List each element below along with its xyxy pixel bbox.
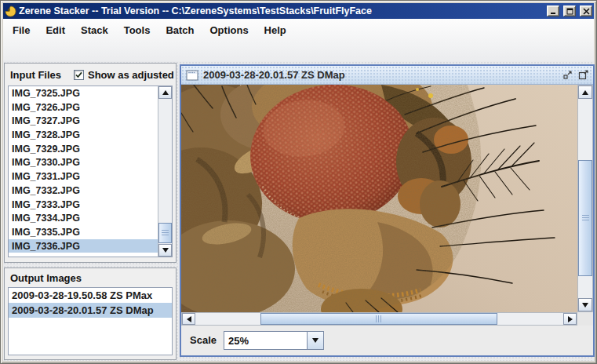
list-item[interactable]: IMG_7332.JPG [9, 184, 158, 198]
output-images-title: Output Images [10, 272, 82, 284]
scroll-left-button[interactable] [182, 313, 195, 325]
show-as-adjusted-checkbox[interactable] [74, 70, 84, 80]
scroll-down-button[interactable] [158, 244, 172, 257]
stacked-image-viewport [181, 85, 577, 312]
list-item[interactable]: IMG_7327.JPG [9, 114, 158, 128]
output-images-listbox: 2009-03-28-19.50.58 ZS PMax2009-03-28-20… [8, 287, 173, 355]
list-item[interactable]: IMG_7329.JPG [9, 142, 158, 156]
menu-items: FileEditStackToolsBatchOptionsHelp [3, 19, 594, 38]
scroll-up-button[interactable] [578, 86, 592, 99]
maximize-frame-button[interactable] [578, 70, 588, 80]
input-files-title: Input Files [10, 69, 61, 81]
input-files-list: IMG_7325.JPGIMG_7326.JPGIMG_7327.JPGIMG_… [9, 86, 158, 257]
list-item[interactable]: IMG_7326.JPG [9, 100, 158, 115]
internal-frame-body: Scale 25% [181, 85, 593, 355]
window-title: Zerene Stacker -- Trial Version -- C:\Ze… [19, 5, 543, 16]
scrollbar-corner [577, 312, 593, 326]
list-item[interactable]: IMG_7328.JPG [9, 128, 158, 142]
scroll-down-button[interactable] [578, 298, 592, 311]
menu-item[interactable]: Batch [158, 22, 202, 38]
output-images-panel: Output Images 2009-03-28-19.50.58 ZS PMa… [4, 268, 177, 360]
scroll-thumb[interactable] [260, 313, 497, 325]
scale-label: Scale [190, 334, 217, 346]
scale-combobox[interactable]: 25% [224, 331, 324, 350]
show-as-adjusted-row: Show as adjusted [74, 69, 174, 81]
scroll-thumb[interactable] [158, 223, 172, 243]
scroll-right-button[interactable] [563, 313, 577, 325]
close-button[interactable] [580, 5, 592, 16]
scroll-track[interactable] [578, 99, 592, 298]
scroll-track[interactable] [158, 99, 172, 244]
menu-item[interactable]: Stack [73, 22, 116, 38]
app-window: Zerene Stacker -- Trial Version -- C:\Ze… [0, 0, 597, 364]
list-item[interactable]: IMG_7330.JPG [9, 155, 158, 169]
checkmark-icon [75, 71, 83, 79]
list-item[interactable]: IMG_7325.JPG [9, 86, 158, 100]
fruit-fly-image [181, 85, 577, 312]
content-area: Input Files Show as adjusted IMG_7325.JP… [3, 61, 594, 361]
scroll-up-button[interactable] [158, 86, 172, 99]
scale-value[interactable]: 25% [224, 331, 307, 350]
menu-item[interactable]: Tools [116, 22, 158, 38]
titlebar: Zerene Stacker -- Trial Version -- C:\Ze… [3, 3, 594, 19]
iconify-button[interactable] [562, 70, 573, 80]
maximize-button[interactable] [563, 5, 576, 16]
internal-frame-titlebar[interactable]: 2009-03-28-20.01.57 ZS DMap [181, 66, 593, 85]
menubar: FileEditStackToolsBatchOptionsHelp [3, 19, 594, 61]
menu-item[interactable]: Options [202, 22, 257, 38]
image-vertical-scrollbar [577, 85, 593, 312]
input-files-panel: Input Files Show as adjusted IMG_7325.JP… [4, 63, 177, 263]
minimize-button[interactable] [547, 5, 559, 16]
list-item[interactable]: IMG_7335.JPG [9, 225, 158, 239]
internal-frame-title: 2009-03-28-20.01.57 ZS DMap [203, 69, 345, 81]
show-as-adjusted-label: Show as adjusted [88, 69, 174, 81]
list-item[interactable]: IMG_7336.JPG [9, 239, 158, 253]
input-list-scrollbar [158, 86, 172, 257]
input-files-listbox: IMG_7325.JPGIMG_7326.JPGIMG_7327.JPGIMG_… [8, 86, 173, 257]
list-item[interactable]: 2009-03-28-20.01.57 ZS DMap [9, 303, 172, 318]
scroll-thumb[interactable] [578, 160, 592, 276]
scale-row: Scale 25% [181, 326, 593, 355]
scroll-track[interactable] [195, 313, 563, 325]
menu-item[interactable]: Help [257, 22, 294, 38]
list-item[interactable]: IMG_7331.JPG [9, 169, 158, 184]
app-icon [5, 5, 16, 17]
output-images-list: 2009-03-28-19.50.58 ZS PMax2009-03-28-20… [9, 288, 172, 355]
image-internal-frame: 2009-03-28-20.01.57 ZS DMap [180, 64, 595, 357]
list-item[interactable]: 2009-03-28-19.50.58 ZS PMax [9, 288, 172, 303]
image-horizontal-scrollbar [181, 312, 577, 326]
list-item[interactable]: IMG_7334.JPG [9, 211, 158, 225]
output-images-header: Output Images [5, 268, 176, 287]
input-files-header: Input Files Show as adjusted [5, 64, 176, 86]
document-icon [186, 70, 198, 81]
list-item[interactable]: IMG_7333.JPG [9, 198, 158, 212]
menu-item[interactable]: File [5, 22, 38, 38]
menu-item[interactable]: Edit [38, 22, 73, 38]
combo-dropdown-button[interactable] [307, 331, 324, 350]
